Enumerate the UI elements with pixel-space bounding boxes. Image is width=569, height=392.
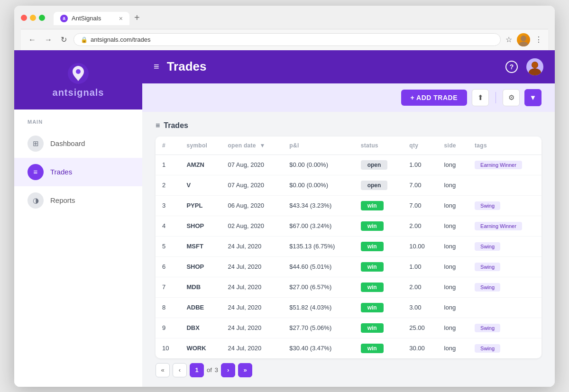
nav-section-label: MAIN [14,119,142,129]
menu-icon[interactable]: ⋮ [535,35,542,44]
col-tags: tags [468,137,541,155]
row-tags: Swing [468,318,541,338]
active-tab[interactable]: a AntSignals × [54,12,129,25]
maximize-button[interactable] [39,15,45,21]
row-open-date: 24 Jul, 2020 [221,338,283,358]
user-avatar[interactable] [526,58,543,75]
browser-chrome: a AntSignals × + ← → ↻ 🔒 antsignals.com/… [14,6,555,50]
upload-button[interactable]: ⬆ [472,89,489,106]
row-open-date: 24 Jul, 2020 [221,318,283,338]
row-side: long [438,216,468,236]
current-page-button[interactable]: 1 [190,363,204,377]
row-pnl: $27.00 (6.57%) [283,277,354,297]
header-left: ≡ Trades [154,59,207,74]
table-row[interactable]: 3PYPL06 Aug, 2020$43.34 (3.23%)win7.00lo… [156,195,541,216]
forward-button[interactable]: → [43,35,54,45]
sidebar-logo: antsignals [14,50,142,109]
current-page-num: 1 [195,366,198,374]
refresh-button[interactable]: ↻ [59,34,69,45]
table-row[interactable]: 10WORK24 Jul, 2020$30.40 (3.47%)win30.00… [156,338,541,358]
row-symbol: V [180,175,221,195]
row-pnl: $0.00 (0.00%) [283,175,354,195]
add-trade-button[interactable]: + ADD TRADE [401,90,468,106]
row-side: long [438,256,468,277]
row-num: 1 [156,155,180,175]
row-open-date: 24 Jul, 2020 [221,256,283,277]
col-qty: qty [403,137,437,155]
browser-user-avatar[interactable] [517,33,530,46]
svg-point-3 [76,69,81,74]
table-row[interactable]: 4SHOP02 Aug, 2020$67.00 (3.24%)win2.00lo… [156,216,541,236]
first-page-button[interactable]: « [156,363,170,377]
row-symbol: SHOP [180,216,221,236]
svg-point-5 [529,68,541,75]
table-row[interactable]: 8ADBE24 Jul, 2020$51.82 (4.03%)win3.00lo… [156,297,541,318]
svg-point-1 [519,42,528,46]
row-status: open [354,155,403,175]
table-row[interactable]: 9DBX24 Jul, 2020$27.70 (5.06%)win25.00lo… [156,318,541,338]
row-symbol: AMZN [180,155,221,175]
table-title-icon: ≡ [156,121,160,130]
svg-point-6 [532,62,538,68]
back-button[interactable]: ← [27,35,38,45]
row-num: 8 [156,297,180,318]
row-num: 3 [156,195,180,216]
row-symbol: WORK [180,338,221,358]
sidebar-item-reports[interactable]: ◑ Reports [14,186,142,215]
row-side: long [438,175,468,195]
page-title: Trades [167,59,207,74]
filter-button[interactable]: ▼ [524,89,541,106]
sidebar-label-trades: Trades [50,168,72,176]
lock-icon: 🔒 [81,36,88,43]
row-symbol: MSFT [180,236,221,256]
row-status: win [354,236,403,256]
close-button[interactable] [21,15,27,21]
row-open-date: 24 Jul, 2020 [221,277,283,297]
table-row[interactable]: 2V07 Aug, 2020$0.00 (0.00%)open7.00long [156,175,541,195]
tab-close-button[interactable]: × [119,15,123,22]
status-badge: win [361,262,384,272]
settings-button[interactable]: ⚙ [503,89,520,106]
main-content: ≡ Trades ? + ADD TRADE ⬆ [142,50,555,387]
row-status: win [354,277,403,297]
row-symbol: SHOP [180,256,221,277]
row-status: win [354,216,403,236]
sidebar-item-dashboard[interactable]: ⊞ Dashboard [14,129,142,158]
browser-controls: a AntSignals × + [21,10,548,25]
row-num: 2 [156,175,180,195]
tag-badge: Earning Winner [475,161,522,169]
table-row[interactable]: 6SHOP24 Jul, 2020$44.60 (5.01%)win1.00lo… [156,256,541,277]
row-status: win [354,195,403,216]
row-tags: Swing [468,195,541,216]
prev-page-button[interactable]: ‹ [173,363,187,377]
address-bar[interactable]: 🔒 antsignals.com/trades [73,33,501,46]
tag-badge: Swing [475,344,500,353]
help-icon[interactable]: ? [504,59,520,75]
row-qty: 30.00 [403,338,437,358]
col-pnl: p&l [283,137,354,155]
status-badge: win [361,303,384,312]
reports-icon: ◑ [28,192,44,209]
next-page-button[interactable]: › [221,363,235,377]
status-badge: open [361,160,388,170]
row-symbol: PYPL [180,195,221,216]
last-page-button[interactable]: » [238,363,252,377]
row-pnl: $135.13 (6.75%) [283,236,354,256]
table-row[interactable]: 5MSFT24 Jul, 2020$135.13 (6.75%)win10.00… [156,236,541,256]
row-open-date: 07 Aug, 2020 [221,175,283,195]
browser-actions: ☆ ⋮ [505,33,542,46]
browser-window: a AntSignals × + ← → ↻ 🔒 antsignals.com/… [14,6,555,387]
url-text: antsignals.com/trades [91,36,150,43]
sidebar-item-trades[interactable]: ≡ Trades [14,158,142,186]
table-row[interactable]: 1AMZN07 Aug, 2020$0.00 (0.00%)open1.00lo… [156,155,541,175]
browser-tabs: a AntSignals × + [54,10,144,25]
table-row[interactable]: 7MDB24 Jul, 2020$27.00 (6.57%)win2.00lon… [156,277,541,297]
col-open-date[interactable]: open date ▼ [221,137,283,155]
col-side: side [438,137,468,155]
hamburger-icon[interactable]: ≡ [154,61,159,72]
bookmark-icon[interactable]: ☆ [505,35,512,44]
header-right: ? [504,58,543,75]
tag-badge: Swing [475,201,500,210]
new-tab-button[interactable]: + [130,10,144,25]
minimize-button[interactable] [30,15,36,21]
